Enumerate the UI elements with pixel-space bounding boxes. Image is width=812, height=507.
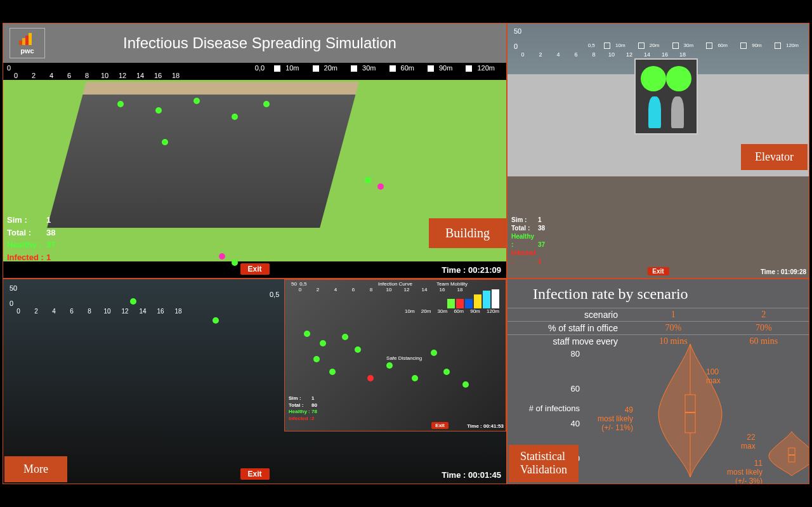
annot-s2-ml: 11 most likely (+/- 3%) bbox=[727, 459, 763, 484]
dashboard-grid: pwc Infectious Disease Spreading Simulat… bbox=[3, 23, 809, 484]
chart-title: Infection rate by scenario bbox=[508, 279, 809, 308]
time-readout: Time : 01:09:28 bbox=[761, 268, 806, 275]
time-readout: Time : 00:41:53 bbox=[467, 423, 504, 429]
sim-stats: Sim :1 Total :80 Healthy :78 Infected :2 bbox=[289, 395, 317, 422]
violin-scenario-2-icon bbox=[766, 431, 809, 476]
distance-legend: 0,5 10m 20m 30m 60m 90m 120m bbox=[584, 43, 806, 49]
exit-button[interactable]: Exit bbox=[431, 422, 449, 429]
row-scenario-label: scenario bbox=[508, 308, 628, 322]
legend-oo: 0,0 bbox=[255, 64, 265, 72]
panel-badge-statistical: Statistical Validation bbox=[509, 445, 579, 482]
building-3d-view[interactable]: 0 024681012141618 0,0 10m 20m 30m 60m 90… bbox=[3, 63, 506, 279]
pwc-logo: pwc bbox=[10, 28, 45, 58]
panel-badge-building: Building bbox=[429, 218, 506, 248]
page-title: Infectious Disease Spreading Simulation bbox=[51, 34, 506, 52]
person-icon bbox=[671, 96, 684, 128]
annot-s1-ml: 49 most likely (+/- 11%) bbox=[598, 406, 633, 432]
stats-panel: Infection rate by scenario scenario 1 2 … bbox=[507, 279, 809, 484]
annot-s1-max: 100 max bbox=[706, 368, 721, 386]
scale-bar: 50 0 024681012141618 bbox=[510, 26, 695, 58]
office-inset-panel: 50 0,5 024681012141618 Infection Curve T… bbox=[284, 279, 506, 431]
team-mobility-bars bbox=[447, 289, 499, 308]
brand-text: pwc bbox=[20, 47, 34, 55]
pwc-logo-icon bbox=[18, 32, 37, 46]
scale-ticks: 024681012141618 bbox=[7, 72, 185, 79]
elevator-panel: 50 0 024681012141618 0,5 10m 20m 30m 60m… bbox=[507, 23, 809, 279]
person-icon bbox=[648, 96, 661, 128]
elevator-view bbox=[634, 58, 698, 135]
violin-plot: 100 max 49 most likely (+/- 11%) 22 max … bbox=[582, 349, 809, 476]
scale-bar: 50 0 024681012141618 bbox=[6, 283, 191, 315]
distance-legend: 0,0 10m 20m 30m 60m 90m 120m bbox=[251, 64, 502, 72]
svg-rect-1 bbox=[22, 38, 25, 45]
panel-badge-more: More bbox=[4, 456, 67, 482]
svg-rect-2 bbox=[25, 36, 29, 45]
building-panel: pwc Infectious Disease Spreading Simulat… bbox=[3, 23, 507, 279]
row-move-val-2: 60 mins bbox=[719, 335, 809, 348]
healthy-marker-icon bbox=[666, 66, 691, 91]
violin-scenario-1-icon bbox=[652, 344, 728, 477]
row-scenario-val-1: 1 bbox=[628, 308, 719, 322]
svg-rect-0 bbox=[19, 41, 22, 45]
more-panel: 50 0 024681012141618 0,5 50 0,5 02468101… bbox=[3, 279, 507, 484]
row-pct-label: % of staff in office bbox=[508, 322, 628, 335]
exit-button[interactable]: Exit bbox=[240, 263, 269, 275]
time-readout: Time : 00:21:09 bbox=[442, 265, 501, 275]
scale-zero: 0 bbox=[7, 64, 11, 72]
building-header: pwc Infectious Disease Spreading Simulat… bbox=[3, 23, 506, 63]
row-scenario-val-2: 2 bbox=[719, 308, 809, 322]
sim-stats: Sim :1 Total :38 Healthy :37 Infected :1 bbox=[7, 214, 55, 263]
annot-s2-max: 22 max bbox=[741, 433, 756, 451]
row-pct-val-2: 70% bbox=[719, 322, 809, 335]
distance-legend: 10m 20m 30m 60m 90m 120m bbox=[402, 308, 502, 314]
safe-distancing-label: Safe Distancing bbox=[386, 355, 422, 361]
scale-right: 0,5 bbox=[270, 291, 279, 298]
infection-curve-label: Infection Curve bbox=[378, 281, 412, 287]
panel-badge-elevator: Elevator bbox=[741, 144, 808, 170]
svg-rect-3 bbox=[29, 33, 32, 45]
healthy-marker-icon bbox=[641, 66, 666, 91]
row-move-label: staff move every bbox=[508, 335, 628, 348]
sim-stats: Sim :1 Total :38 Healthy :37 Infected :1 bbox=[511, 216, 545, 265]
scale-bar: 0 024681012141618 bbox=[3, 63, 188, 79]
team-mobility-label: Team Mobility bbox=[436, 281, 468, 287]
y-axis-label: # of infections bbox=[529, 404, 580, 413]
exit-button[interactable]: Exit bbox=[240, 468, 269, 480]
scenario-table: scenario 1 2 % of staff in office 70% 70… bbox=[508, 308, 809, 348]
row-pct-val-1: 70% bbox=[628, 322, 719, 335]
exit-button[interactable]: Exit bbox=[647, 267, 669, 275]
time-readout: Time : 00:01:45 bbox=[442, 470, 501, 480]
building-model bbox=[47, 82, 359, 228]
